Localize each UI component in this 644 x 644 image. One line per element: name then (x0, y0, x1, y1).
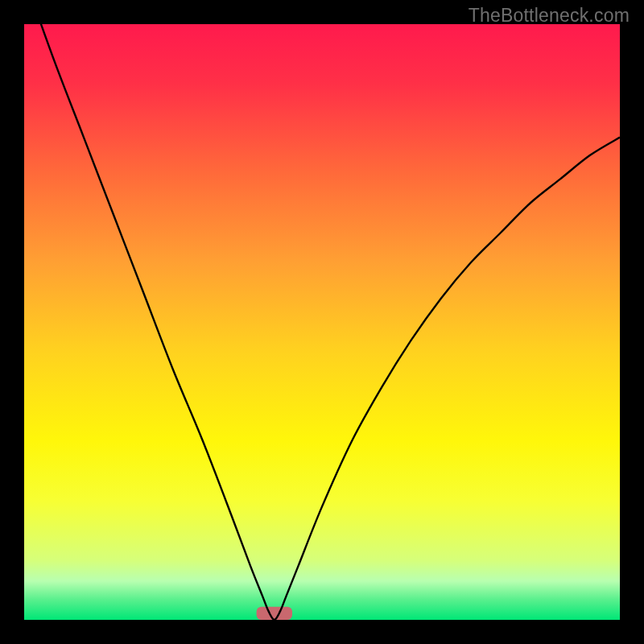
plot-area (24, 24, 620, 620)
bottleneck-chart (24, 24, 620, 620)
min-marker (257, 607, 292, 620)
gradient-background (24, 24, 620, 620)
watermark-text: TheBottleneck.com (469, 5, 630, 27)
chart-frame: TheBottleneck.com (0, 0, 644, 644)
